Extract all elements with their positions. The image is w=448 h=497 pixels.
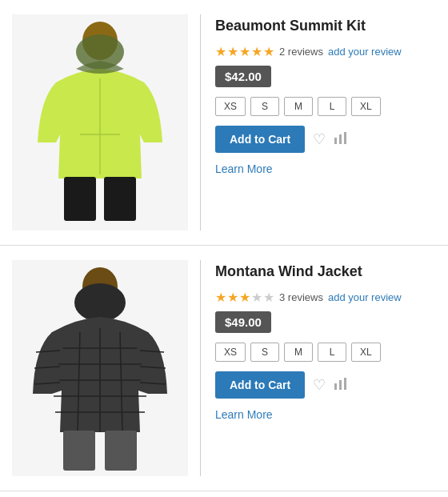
price-badge-1: $42.00 <box>215 66 271 87</box>
svg-rect-4 <box>64 177 96 221</box>
learn-more-link-1[interactable]: Learn More <box>215 162 440 175</box>
price-badge-2: $49.00 <box>215 311 271 333</box>
size-m-2[interactable]: M <box>284 343 313 362</box>
wishlist-icon-1[interactable]: ♡ <box>313 130 326 148</box>
star-2-3: ★ <box>239 290 250 305</box>
add-to-cart-button-2[interactable]: Add to Cart <box>215 371 305 399</box>
star-1-5: ★ <box>263 44 274 59</box>
product-details-1: Beaumont Summit Kit ★ ★ ★ ★ ★ 2 reviews … <box>215 14 440 175</box>
product-image-container-1 <box>8 14 200 230</box>
learn-more-link-2[interactable]: Learn More <box>215 408 440 421</box>
size-options-1: XS S M L XL <box>215 97 440 116</box>
star-2-1: ★ <box>215 290 226 305</box>
size-s-2[interactable]: S <box>250 343 279 362</box>
size-options-2: XS S M L XL <box>215 343 440 362</box>
star-1-3: ★ <box>239 44 250 59</box>
svg-rect-6 <box>334 138 337 144</box>
size-xl-2[interactable]: XL <box>351 343 381 362</box>
size-m-1[interactable]: M <box>284 97 313 116</box>
svg-point-10 <box>74 283 126 322</box>
add-review-link-1[interactable]: add your review <box>328 46 402 58</box>
svg-rect-25 <box>63 431 95 471</box>
size-l-2[interactable]: L <box>318 343 346 362</box>
product-list: Beaumont Summit Kit ★ ★ ★ ★ ★ 2 reviews … <box>0 0 448 491</box>
stars-2: ★ ★ ★ ★ ★ <box>215 290 274 305</box>
product-image-svg-2 <box>28 264 172 472</box>
stars-1: ★ ★ ★ ★ ★ <box>215 44 274 59</box>
size-xs-2[interactable]: XS <box>215 343 246 362</box>
product-title-1: Beaumont Summit Kit <box>215 18 440 34</box>
product-divider-2 <box>200 260 201 476</box>
svg-rect-8 <box>344 132 346 144</box>
rating-row-2: ★ ★ ★ ★ ★ 3 reviews add your review <box>215 290 440 305</box>
action-row-1: Add to Cart ♡ <box>215 126 440 153</box>
product-image-1 <box>12 14 188 230</box>
add-to-cart-button-1[interactable]: Add to Cart <box>215 126 305 153</box>
size-l-1[interactable]: L <box>318 97 346 116</box>
product-image-svg-1 <box>28 18 172 226</box>
svg-rect-29 <box>344 378 346 390</box>
product-item-2: Montana Wind Jacket ★ ★ ★ ★ ★ 3 reviews … <box>0 246 448 491</box>
review-count-1: 2 reviews <box>279 46 323 58</box>
compare-icon-1[interactable] <box>334 131 348 147</box>
size-xs-1[interactable]: XS <box>215 97 246 116</box>
review-count-2: 3 reviews <box>279 291 323 303</box>
action-row-2: Add to Cart ♡ <box>215 371 440 399</box>
star-1-4: ★ <box>251 44 262 59</box>
rating-row-1: ★ ★ ★ ★ ★ 2 reviews add your review <box>215 44 440 59</box>
product-image-2 <box>12 260 188 476</box>
add-review-link-2[interactable]: add your review <box>328 291 402 303</box>
size-s-1[interactable]: S <box>250 97 279 116</box>
product-item-1: Beaumont Summit Kit ★ ★ ★ ★ ★ 2 reviews … <box>0 0 448 246</box>
svg-rect-5 <box>104 177 136 221</box>
product-title-2: Montana Wind Jacket <box>215 263 440 280</box>
star-2-4: ★ <box>251 290 262 305</box>
svg-rect-27 <box>334 383 337 390</box>
size-xl-1[interactable]: XL <box>351 97 381 116</box>
star-2-2: ★ <box>227 290 238 305</box>
wishlist-icon-2[interactable]: ♡ <box>313 376 326 394</box>
star-2-5: ★ <box>263 290 274 305</box>
product-details-2: Montana Wind Jacket ★ ★ ★ ★ ★ 3 reviews … <box>215 260 440 421</box>
svg-rect-26 <box>105 431 137 471</box>
compare-icon-2[interactable] <box>334 377 348 393</box>
product-divider-1 <box>200 14 201 230</box>
svg-rect-28 <box>339 380 342 390</box>
star-1-2: ★ <box>227 44 238 59</box>
svg-rect-7 <box>339 134 342 144</box>
product-image-container-2 <box>8 260 200 476</box>
star-1-1: ★ <box>215 44 226 59</box>
